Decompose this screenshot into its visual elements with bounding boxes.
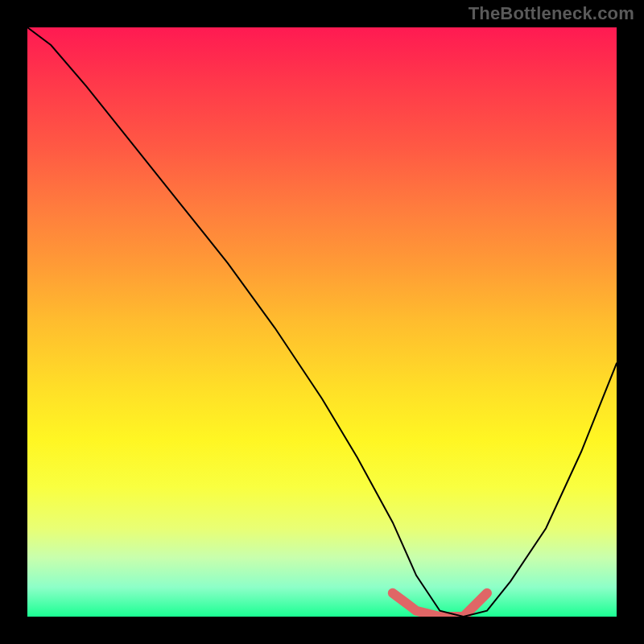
bottleneck-curve xyxy=(27,27,617,617)
watermark-text: TheBottleneck.com xyxy=(469,3,634,24)
optimal-range-highlight xyxy=(393,593,487,617)
chart-svg xyxy=(27,27,617,617)
chart-frame: TheBottleneck.com xyxy=(0,0,644,644)
plot-area xyxy=(27,27,617,617)
